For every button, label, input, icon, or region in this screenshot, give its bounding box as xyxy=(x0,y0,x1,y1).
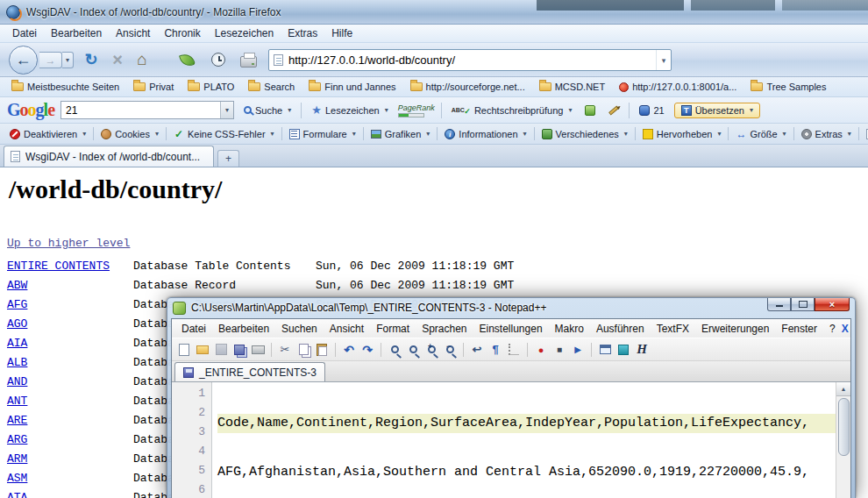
menu-chronik[interactable]: Chronik xyxy=(157,25,207,41)
pencil-button[interactable] xyxy=(605,107,623,114)
npp-menu-help[interactable]: ? xyxy=(823,321,842,337)
word-wrap-icon[interactable] xyxy=(469,342,485,358)
zoom-out-icon[interactable] xyxy=(442,342,458,358)
paste-icon[interactable] xyxy=(314,342,330,358)
webdev-quelltext[interactable]: Quellte xyxy=(862,128,868,140)
menu-ansicht[interactable]: Ansicht xyxy=(109,25,157,41)
npp-menu-textfx[interactable]: TextFX xyxy=(651,321,695,337)
npp-menu-format[interactable]: Format xyxy=(370,321,416,337)
npp-menu-fenster[interactable]: Fenster xyxy=(775,321,823,337)
bookmark-tree-samples[interactable]: Tree Samples xyxy=(746,81,830,93)
bookmark-mcsd[interactable]: MCSD.NET xyxy=(535,81,609,93)
webdev-verschiedenes[interactable]: Verschiedenes xyxy=(537,128,632,140)
redo-icon[interactable] xyxy=(359,342,375,358)
bookmark-sourceforge[interactable]: http://sourceforge.net... xyxy=(406,81,530,93)
maximize-button[interactable] xyxy=(791,298,815,311)
webdev-cookies[interactable]: Cookies xyxy=(96,128,163,140)
menu-hilfe[interactable]: Hilfe xyxy=(324,25,359,41)
print-icon[interactable] xyxy=(240,56,257,68)
npp-menu-einstellungen[interactable]: Einstellungen xyxy=(473,321,549,337)
textfx-h-icon[interactable] xyxy=(634,342,650,358)
entry-link[interactable]: AND xyxy=(7,375,133,388)
save-all-icon[interactable] xyxy=(231,342,247,358)
close-button[interactable] xyxy=(815,298,850,311)
menu-extras[interactable]: Extras xyxy=(281,25,324,41)
doc-monitor-icon[interactable] xyxy=(615,342,631,358)
npp-menu-makro[interactable]: Makro xyxy=(549,321,590,337)
npp-menu-ausfuehren[interactable]: Ausführen xyxy=(590,321,651,337)
cut-icon[interactable] xyxy=(277,342,293,358)
scrollbar-thumb[interactable] xyxy=(838,398,850,456)
url-text[interactable]: http://127.0.0.1/world-db/country/ xyxy=(288,53,455,67)
scroll-up-icon[interactable] xyxy=(836,382,850,396)
notepad-titlebar[interactable]: C:\Users\Martin\AppData\Local\Temp\_ENTI… xyxy=(171,298,851,318)
code-area[interactable]: Code,Name,Continent,Region,SurfaceArea,I… xyxy=(212,382,836,498)
open-folder-icon[interactable] xyxy=(195,342,210,358)
entry-link[interactable]: ENTIRE CONTENTS xyxy=(7,260,133,273)
entry-link[interactable]: ATA xyxy=(7,491,133,498)
back-button[interactable] xyxy=(9,46,38,75)
stop-macro-icon[interactable] xyxy=(551,342,567,358)
npp-menu-suchen[interactable]: Suchen xyxy=(275,321,324,337)
new-file-icon[interactable] xyxy=(176,342,192,358)
home-button[interactable] xyxy=(132,49,153,70)
entry-link[interactable]: ARE xyxy=(7,414,133,427)
new-tab-button[interactable]: + xyxy=(217,150,239,167)
forward-button[interactable] xyxy=(39,52,62,68)
entry-link[interactable]: ARG xyxy=(7,433,133,446)
bookmark-privat[interactable]: Privat xyxy=(129,81,178,93)
play-macro-icon[interactable] xyxy=(570,342,586,358)
npp-menu-datei[interactable]: Datei xyxy=(175,321,212,337)
window-icon[interactable] xyxy=(597,342,613,358)
spellcheck-button[interactable]: Rechtschreibprüfung xyxy=(448,103,576,117)
webdev-formulare[interactable]: Formulare xyxy=(285,128,360,140)
menu-datei[interactable]: Datei xyxy=(5,25,44,41)
entry-link[interactable]: AIA xyxy=(7,337,133,350)
npp-menu-erweiterungen[interactable]: Erweiterungen xyxy=(695,321,775,337)
undo-icon[interactable] xyxy=(341,342,357,358)
webdev-css-fehler[interactable]: Keine CSS-Fehler xyxy=(169,128,279,140)
google-search-box[interactable] xyxy=(60,101,234,119)
copy-icon[interactable] xyxy=(295,342,311,358)
print-icon[interactable] xyxy=(250,342,266,358)
npp-menu-sprachen[interactable]: Sprachen xyxy=(416,321,473,337)
url-dropdown-icon[interactable] xyxy=(656,50,671,70)
bookmark-meistbesuchte-seiten[interactable]: Meistbesuchte Seiten xyxy=(7,81,124,93)
search-dropdown-icon[interactable] xyxy=(220,102,233,118)
bookmark-localhost-8001[interactable]: http://127.0.0.1:8001/a... xyxy=(615,81,741,93)
npp-menu-bearbeiten[interactable]: Bearbeiten xyxy=(212,321,275,337)
entry-link[interactable]: AGO xyxy=(7,317,133,331)
refresh-button[interactable] xyxy=(81,49,102,70)
npp-menu-ansicht[interactable]: Ansicht xyxy=(324,321,370,337)
google-bookmarks-button[interactable]: Lesezeichen xyxy=(308,103,391,117)
scrollbar[interactable] xyxy=(836,382,850,498)
popup-blocker-button[interactable]: 21 xyxy=(636,103,667,117)
feed-leaf-icon[interactable] xyxy=(179,52,196,68)
entry-link[interactable]: ABW xyxy=(7,279,133,292)
webdev-hervorheben[interactable]: Hervorheben xyxy=(638,128,726,140)
webdev-informationen[interactable]: Informationen xyxy=(440,128,530,140)
zoom-in-icon[interactable] xyxy=(423,342,439,358)
replace-icon[interactable] xyxy=(405,342,421,358)
entry-link[interactable]: AFG xyxy=(7,298,133,311)
autofill-button[interactable] xyxy=(581,103,599,117)
firefox-titlebar[interactable]: WsgiDAV - Index of /world-db/country/ - … xyxy=(0,0,868,25)
entry-link[interactable]: ALB xyxy=(7,356,133,369)
indent-guide-icon[interactable] xyxy=(506,342,522,358)
npp-menu-close-button[interactable]: X xyxy=(842,323,854,335)
entry-link[interactable]: ASM xyxy=(7,472,133,485)
translate-button[interactable]: Übersetzen xyxy=(674,103,760,118)
notepad-tab[interactable]: _ENTIRE_CONTENTS-3 xyxy=(174,362,325,381)
entry-link[interactable]: ARM xyxy=(7,452,133,466)
record-macro-icon[interactable] xyxy=(533,342,549,358)
save-icon[interactable] xyxy=(213,342,229,358)
browser-tab[interactable]: WsgiDAV - Index of /world-db/count... xyxy=(4,146,214,167)
bookmark-finn-und-jannes[interactable]: Finn und Jannes xyxy=(304,81,400,93)
pagerank-widget[interactable]: PageRank xyxy=(398,103,435,117)
up-to-higher-level-link[interactable]: Up to higher level xyxy=(7,237,130,250)
webdev-grafiken[interactable]: Grafiken xyxy=(366,128,435,140)
menu-lesezeichen[interactable]: Lesezeichen xyxy=(208,25,281,41)
webdev-deaktivieren[interactable]: Deaktivieren xyxy=(5,128,90,140)
webdev-groesse[interactable]: Größe xyxy=(731,128,790,140)
google-search-input[interactable] xyxy=(61,104,220,117)
